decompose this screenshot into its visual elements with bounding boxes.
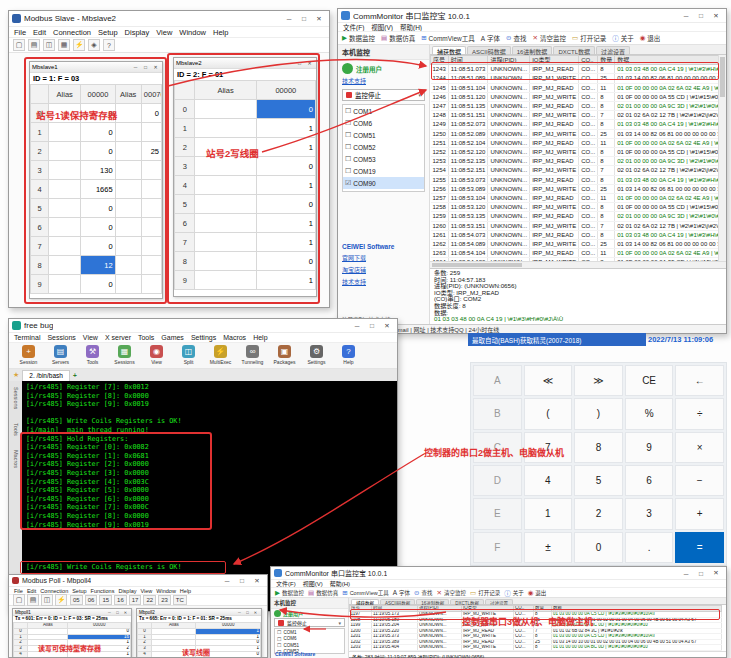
monitor-stop-combo[interactable]: 监控停止 ▾	[274, 618, 345, 627]
grid-cell[interactable]: 1665	[81, 180, 115, 199]
window-control[interactable]: □	[235, 575, 249, 586]
toolbar-icon[interactable]: ◫	[43, 39, 55, 51]
grid-cell[interactable]	[195, 271, 256, 290]
grid-cell[interactable]	[141, 161, 161, 180]
toolbar-button[interactable]: ⓘ关于	[504, 588, 524, 598]
table-cell[interactable]: 11	[598, 249, 615, 258]
toolbar-button[interactable]: ⊙查找	[414, 589, 432, 597]
menu-item[interactable]: Setup	[72, 588, 86, 594]
table-cell[interactable]: 11:08:53.073	[448, 175, 488, 184]
port-item[interactable]: ☐COM52	[343, 141, 424, 153]
grid-cell[interactable]: 0	[81, 275, 115, 294]
menu-item[interactable]: Macros	[223, 334, 246, 341]
calc-key-F[interactable]: F	[473, 532, 522, 563]
table-cell[interactable]: 7	[598, 221, 615, 230]
table-cell[interactable]: IRP_MJ_WRITE	[530, 148, 579, 157]
table-cell[interactable]: UNKNOWN...	[488, 230, 530, 239]
toolbar-button[interactable]: ⊙查找	[506, 33, 526, 43]
table-cell[interactable]: 1255	[431, 175, 449, 184]
table-cell[interactable]: UNKNOWN...	[488, 83, 530, 92]
grid-cell[interactable]	[49, 180, 81, 199]
grid-cell[interactable]: 0	[256, 195, 315, 214]
window-control[interactable]: ✕	[252, 609, 259, 615]
table-cell[interactable]: 1243	[431, 65, 449, 74]
table-cell[interactable]: IRP_MJ_WRITE	[530, 111, 579, 120]
toolbar-button[interactable]: ?Help	[335, 345, 362, 366]
menu-item[interactable]: Edit	[27, 588, 36, 594]
table-cell[interactable]: 02 01 00 00 00 0A 9C 3D | \#2\#1\#0\#0\#…	[615, 102, 726, 111]
toolbar-button[interactable]: ▦Sessions	[111, 345, 138, 366]
table-cell[interactable]: 02 01 00 00 00 0A 9C 3D | \#2\#1\#0\#0\#…	[615, 157, 726, 166]
table-cell[interactable]: IRP_MJ_WRITE	[530, 240, 579, 249]
table-cell[interactable]: 8	[598, 65, 615, 74]
grid-cell[interactable]	[141, 237, 161, 256]
table-cell[interactable]: 01 0F 00 00 00 0A 02 6A 02 4E A9 | \#1\#…	[615, 249, 726, 258]
toolbar-button[interactable]: ⊞CommView工具	[421, 33, 475, 43]
toolbar-button[interactable]: ⚡MultiExec	[207, 345, 234, 366]
function-button[interactable]: TC	[173, 595, 187, 605]
calc-key-6[interactable]: 6	[625, 465, 674, 496]
table-row[interactable]: 125311:08:52.135UNKNOWN...IRP_MJ_READCO.…	[431, 157, 727, 166]
grid-cell[interactable]: 0	[141, 104, 161, 123]
toolbar-button[interactable]: ▤数据仿真	[308, 589, 338, 597]
calc-key-2[interactable]: 2	[574, 498, 623, 529]
checkbox-icon[interactable]: ☑	[345, 179, 351, 187]
port-item[interactable]: ☐COM51	[343, 129, 424, 141]
view-tab[interactable]: 捕获数据	[351, 599, 379, 604]
grid-cell[interactable]: 3	[175, 157, 195, 176]
grid-cell[interactable]	[195, 252, 256, 271]
table-cell[interactable]: IRP_MJ_READ	[530, 65, 579, 74]
side-tab[interactable]: Tools	[13, 423, 19, 436]
table-cell[interactable]: IRP_MJ_READ	[530, 120, 579, 129]
support-link[interactable]: 技术支持	[338, 75, 429, 86]
grid-cell[interactable]: 12	[81, 256, 115, 275]
grid-cell[interactable]	[115, 237, 141, 256]
grid-cell[interactable]: 1	[256, 214, 315, 233]
grid-cell[interactable]: 130	[81, 161, 115, 180]
sidebar-link[interactable]: 淘宝店铺	[342, 262, 427, 274]
table-cell[interactable]: 11:08:53.151	[448, 221, 488, 230]
table-cell[interactable]: CO...	[579, 92, 598, 101]
table-cell[interactable]: CO...	[579, 74, 598, 83]
table-cell[interactable]: 1204	[350, 650, 372, 651]
port-item[interactable]: ☐COM53	[343, 153, 424, 165]
table-cell[interactable]: CO...	[579, 83, 598, 92]
table-cell[interactable]: 11:08:51.104	[448, 83, 488, 92]
view-tab[interactable]: 捕获数据	[432, 46, 466, 54]
table-row[interactable]: 125511:08:53.073UNKNOWN...IRP_MJ_READCO.…	[431, 175, 727, 184]
grid-cell[interactable]: 0	[256, 252, 315, 271]
toolbar-button[interactable]: ◉View	[143, 345, 170, 366]
table-cell[interactable]: 11:08:51.089	[448, 74, 488, 83]
calc-key-B[interactable]: B	[473, 398, 522, 429]
table-row[interactable]: 125911:08:53.135UNKNOWN...IRP_MJ_READCO.…	[431, 212, 727, 221]
table-cell[interactable]: 25	[598, 129, 615, 138]
table-cell[interactable]: 11:08:53.135	[448, 212, 488, 221]
table-cell[interactable]: 8	[598, 230, 615, 239]
port-item[interactable]: ☐COM19	[343, 165, 424, 177]
menu-item[interactable]: 文件(F)	[343, 23, 364, 32]
table-cell[interactable]: UNKNOWN...	[418, 650, 462, 651]
menu-item[interactable]: Connection	[53, 28, 91, 37]
monitor-stop-combo[interactable]: 监控停止 ▾	[342, 89, 425, 101]
grid-cell[interactable]: 2	[31, 142, 49, 161]
view-tab[interactable]: ASCII码数据	[467, 46, 511, 54]
table-row[interactable]: 125011:08:52.089UNKNOWN...IRP_MJ_WRITECO…	[431, 129, 727, 138]
grid-cell[interactable]: 0	[81, 199, 115, 218]
grid-cell[interactable]: 7	[31, 237, 49, 256]
window-control[interactable]: ─	[131, 63, 140, 71]
table-cell[interactable]: CO...	[579, 129, 598, 138]
table-cell[interactable]: IRP_MJ_WRITE	[530, 166, 579, 175]
table-cell[interactable]: 1258	[431, 203, 449, 212]
port-item[interactable]: ☐COM6	[343, 117, 424, 129]
table-row[interactable]: 126111:08:54.073UNKNOWN...IRP_MJ_READCO.…	[431, 230, 727, 239]
table-cell[interactable]: 11:08:53.120	[448, 203, 488, 212]
table-cell[interactable]: 11	[598, 138, 615, 147]
toolbar-icon[interactable]: ▤	[28, 39, 40, 51]
menu-item[interactable]: File	[14, 28, 26, 37]
view-tab[interactable]: 过滤设置	[485, 599, 513, 604]
table-cell[interactable]: IRP_MJ_READ	[530, 230, 579, 239]
table-cell[interactable]: 11:08:54.073	[448, 230, 488, 239]
window-control[interactable]: ✕	[380, 320, 394, 331]
table-cell[interactable]: UNKNOWN...	[488, 74, 530, 83]
table-cell[interactable]: UNKNOWN...	[488, 175, 530, 184]
